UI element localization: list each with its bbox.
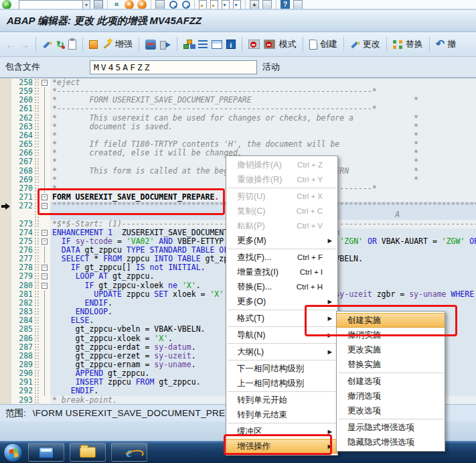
- context-menu-item[interactable]: 替换(E)...Ctrl + H: [226, 279, 337, 294]
- find-icon[interactable]: [168, 0, 177, 9]
- enhancement-submenu-item[interactable]: 显示隐式增强选项: [337, 420, 445, 435]
- context-menu-item[interactable]: 复制(C)Ctrl + C: [226, 204, 337, 218]
- context-menu-item[interactable]: 粘贴(P)Ctrl + V: [226, 218, 337, 233]
- fold-collapse-icon[interactable]: [42, 283, 48, 289]
- context-menu-item[interactable]: 增量查找(I)Ctrl + I: [226, 265, 337, 279]
- undo-label: 撤: [447, 38, 456, 50]
- enhancement-submenu-item[interactable]: 隐藏隐式增强选项: [337, 435, 445, 450]
- session-breakpoint-icon[interactable]: [248, 40, 260, 49]
- context-menu-item[interactable]: 撤销操作(A)Ctrl + Z: [226, 157, 337, 172]
- navigate-back-icon[interactable]: ←: [5, 39, 15, 50]
- fold-collapse-icon[interactable]: [42, 239, 48, 245]
- taskbar-button-ie[interactable]: e: [111, 443, 147, 462]
- fold-column: [40, 149, 50, 157]
- editor-left-margin: [0, 308, 11, 316]
- context-menu-item[interactable]: 增强操作▶: [226, 439, 337, 454]
- last-page-icon[interactable]: ▼: [233, 0, 241, 9]
- navigate-forward-icon[interactable]: →: [19, 39, 29, 50]
- sort-icon[interactable]: [198, 40, 208, 48]
- fold-collapse-icon[interactable]: [42, 265, 48, 271]
- fold-column: [40, 369, 50, 378]
- enhancement-submenu-item[interactable]: 撤消选项: [337, 389, 445, 403]
- change-marker-column: [34, 272, 40, 281]
- create-button[interactable]: 创建: [309, 38, 337, 50]
- refresh-icon[interactable]: ↻: [56, 40, 64, 49]
- context-menu-item[interactable]: 剪切(U)Ctrl + X: [226, 189, 337, 204]
- editor-left-margin: [0, 246, 11, 255]
- undo-button[interactable]: ↶ 撤: [436, 38, 456, 50]
- display-change-icon[interactable]: [42, 40, 52, 50]
- line-number: 267: [11, 157, 34, 166]
- activate-icon[interactable]: [160, 40, 171, 50]
- context-menu-item[interactable]: 缓冲区▶: [226, 424, 337, 439]
- enhancement-submenu-item[interactable]: 更改选项: [337, 403, 445, 418]
- enhancement-submenu-item[interactable]: 创建实施: [337, 313, 445, 328]
- fold-collapse-icon[interactable]: [42, 80, 48, 86]
- new-session-icon[interactable]: +: [250, 0, 259, 9]
- context-menu-item[interactable]: 格式(T)▶: [226, 311, 337, 326]
- context-menu-item[interactable]: 导航(N)▶: [226, 328, 337, 342]
- save-icon[interactable]: [94, 0, 103, 9]
- find-next-icon[interactable]: [181, 0, 190, 9]
- pattern-button[interactable]: 模式: [279, 38, 297, 50]
- fold-column: [40, 263, 50, 272]
- context-menu-item[interactable]: 转到单元开始: [226, 393, 337, 407]
- context-menu-item[interactable]: 转到单元结束: [226, 407, 337, 422]
- enhancement-submenu-item-label: 显示隐式增强选项: [347, 422, 414, 434]
- context-menu-item[interactable]: 大纲(L)▶: [226, 344, 337, 359]
- enter-icon[interactable]: ✓: [2, 0, 11, 9]
- customize-layout-icon[interactable]: [293, 0, 303, 9]
- enhancement-submenu-item-label: 替换实施: [347, 359, 381, 371]
- next-page-icon[interactable]: ▼: [222, 0, 230, 9]
- enhance-button[interactable]: 增强: [102, 38, 133, 50]
- editor-left-margin: [0, 325, 11, 334]
- shortcut-text: Ctrl + C: [297, 207, 323, 215]
- change-marker-column: [34, 246, 40, 255]
- command-dropdown-icon[interactable]: ▾: [83, 0, 90, 9]
- first-page-icon[interactable]: ▲: [199, 0, 207, 9]
- context-menu-item[interactable]: 重做操作(R)Ctrl + Y: [226, 172, 337, 187]
- enhancement-submenu-item[interactable]: 撤消实施: [337, 328, 445, 342]
- print-icon[interactable]: [155, 0, 165, 9]
- help-icon[interactable]: ?: [281, 0, 290, 9]
- context-menu-item[interactable]: 查找(F)...Ctrl + F: [226, 250, 337, 265]
- fold-collapse-icon[interactable]: [42, 273, 48, 279]
- include-input[interactable]: [90, 60, 257, 74]
- external-breakpoint-icon[interactable]: [264, 40, 275, 49]
- editor-left-margin: [0, 184, 11, 193]
- context-menu-item[interactable]: 上一相同结构级别: [226, 376, 337, 391]
- replace-label: 替换: [406, 38, 423, 50]
- line-number: 262: [11, 114, 34, 123]
- hierarchy-icon[interactable]: [183, 40, 194, 49]
- change-button[interactable]: 更改: [350, 38, 380, 50]
- enhancement-submenu-item[interactable]: 更改实施: [337, 342, 445, 357]
- check-icon[interactable]: [145, 40, 156, 50]
- editor-left-margin: [0, 131, 11, 140]
- context-menu-item-label: 查找(F)...: [237, 252, 271, 263]
- fold-column: [40, 184, 50, 193]
- cancel-icon[interactable]: ×: [137, 0, 147, 9]
- start-button[interactable]: [3, 443, 23, 462]
- replace-button[interactable]: 替换: [393, 38, 423, 50]
- fold-collapse-icon[interactable]: [42, 194, 48, 200]
- enhancement-toggle-icon[interactable]: [89, 40, 98, 49]
- exit-icon[interactable]: ×: [125, 0, 134, 9]
- enhancement-submenu-item[interactable]: 替换实施: [337, 357, 445, 372]
- clipboard-icon[interactable]: [68, 40, 76, 50]
- command-field[interactable]: [19, 0, 83, 9]
- previous-page-icon[interactable]: ▲: [210, 0, 218, 9]
- submenu-arrow-icon: ▶: [325, 298, 332, 305]
- fold-collapse-icon[interactable]: [42, 203, 48, 209]
- context-menu-item[interactable]: 更多(O)▶: [226, 294, 337, 309]
- taskbar-button-sap[interactable]: [28, 443, 64, 462]
- fold-collapse-icon[interactable]: [42, 230, 48, 236]
- shortcut-icon[interactable]: [262, 0, 272, 9]
- context-menu-item[interactable]: 下一相同结构级别: [226, 361, 337, 376]
- enhancement-submenu-item[interactable]: 创建选项: [337, 374, 445, 389]
- taskbar-button-explorer[interactable]: [70, 443, 106, 462]
- info-icon[interactable]: i: [226, 40, 236, 49]
- back-icon[interactable]: «: [112, 0, 121, 9]
- context-menu-item[interactable]: 更多(M)▶: [226, 233, 337, 248]
- folder-icon: [80, 447, 96, 458]
- table-icon[interactable]: [212, 40, 222, 49]
